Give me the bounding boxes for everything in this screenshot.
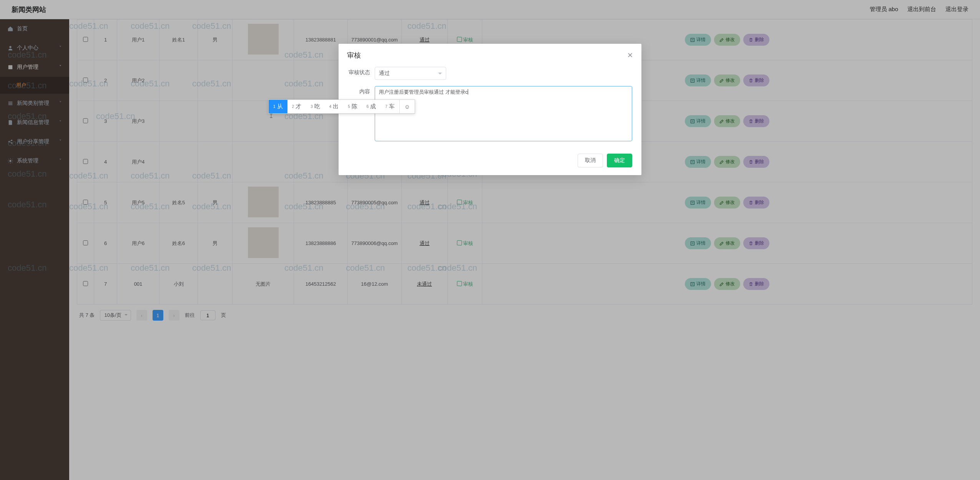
ime-candidate-number: 1: [273, 104, 276, 109]
confirm-button[interactable]: 确定: [607, 154, 632, 167]
ime-candidate-char: 陈: [352, 103, 357, 110]
ime-candidate[interactable]: 1从: [269, 100, 287, 113]
ime-candidate-number: 5: [348, 104, 350, 109]
ime-candidate-char: 成: [370, 103, 376, 110]
text-caret-icon: 𝙸: [269, 113, 273, 119]
ime-candidate[interactable]: 3吃: [306, 100, 325, 113]
ime-candidate-number: 7: [385, 104, 387, 109]
field-label-content: 内容: [348, 88, 375, 95]
ime-candidate-number: 2: [292, 104, 294, 109]
ime-candidate[interactable]: 5陈: [343, 100, 362, 113]
field-label-status: 审核状态: [348, 69, 375, 76]
dialog-title: 审核: [347, 51, 361, 60]
ime-candidate[interactable]: 7车: [380, 100, 399, 113]
ime-candidate[interactable]: 6成: [362, 100, 381, 113]
content-textarea[interactable]: 用户注册后要管理员审核通过 才能登录c: [375, 86, 632, 141]
ime-candidate-char: 车: [389, 103, 395, 110]
ime-candidate-bar: 1从2才3吃4出5陈6成7车 ☺: [268, 99, 415, 114]
ime-candidate-char: 从: [277, 103, 283, 110]
ime-candidate[interactable]: 2才: [287, 100, 306, 113]
status-select[interactable]: 通过: [375, 67, 446, 80]
dialog-close-button[interactable]: ✕: [627, 51, 633, 60]
cancel-button[interactable]: 取消: [578, 154, 603, 167]
ime-candidate-char: 出: [333, 103, 339, 110]
ime-candidate-char: 吃: [314, 103, 320, 110]
ime-emoji-button[interactable]: ☺: [399, 100, 415, 113]
ime-candidate-number: 6: [367, 104, 369, 109]
ime-candidate-number: 4: [329, 104, 332, 109]
ime-candidate[interactable]: 4出: [325, 100, 344, 113]
ime-candidate-char: 才: [296, 103, 301, 110]
ime-candidate-number: 3: [311, 104, 313, 109]
text-cursor-icon: [468, 89, 468, 94]
textarea-value: 用户注册后要管理员审核通过 才能登录c: [379, 89, 468, 95]
status-select-value: 通过: [379, 70, 390, 77]
